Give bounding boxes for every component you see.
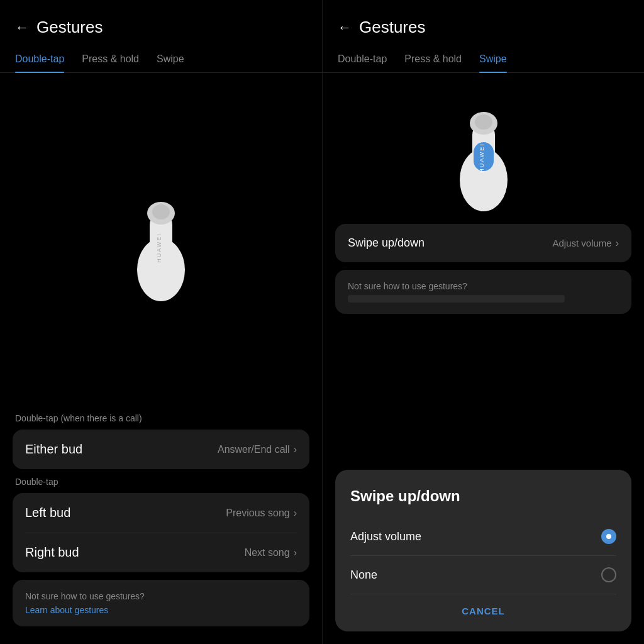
tab-swipe-left[interactable]: Swipe <box>157 47 184 72</box>
right-bud-label: Right bud <box>25 545 79 560</box>
either-bud-chevron: › <box>294 444 297 455</box>
option-none-radio[interactable] <box>601 567 616 582</box>
swipe-dialog: Swipe up/down Adjust volume None CANCEL <box>335 470 631 631</box>
right-bud-value: Next song › <box>245 547 297 558</box>
bud-double-tap-card: Left bud Previous song › Right bud Next … <box>13 493 309 572</box>
left-earbud-icon: HUAWEI <box>117 175 205 301</box>
call-section-label: Double-tap (when there is a call) <box>13 413 309 423</box>
left-bud-chevron: › <box>294 508 297 519</box>
right-bud-row[interactable]: Right bud Next song › <box>13 533 309 572</box>
option-volume-radio[interactable] <box>601 529 616 544</box>
either-bud-value: Answer/End call › <box>218 444 297 455</box>
left-back-button[interactable]: ← <box>15 19 29 36</box>
option-none-label: None <box>350 569 377 582</box>
left-tabs: Double-tap Press & hold Swipe <box>0 47 322 73</box>
left-title: Gestures <box>36 18 103 37</box>
learn-gestures-link[interactable]: Learn about gestures <box>25 605 297 615</box>
left-info-card: Not sure how to use gestures? Learn abou… <box>13 580 309 626</box>
left-header: ← Gestures <box>0 0 322 47</box>
right-panel: ← Gestures Double-tap Press & hold Swipe… <box>322 0 644 644</box>
dialog-cancel-button[interactable]: CANCEL <box>350 594 616 621</box>
dialog-overlay: Swipe up/down Adjust volume None CANCEL <box>323 0 644 644</box>
svg-point-4 <box>152 204 170 219</box>
svg-text:HUAWEI: HUAWEI <box>156 233 162 263</box>
left-panel: ← Gestures Double-tap Press & hold Swipe… <box>0 0 322 644</box>
left-earbud-container: HUAWEI <box>0 73 322 403</box>
double-tap-section-label: Double-tap <box>13 477 309 487</box>
dialog-title: Swipe up/down <box>350 487 616 505</box>
tab-double-tap-left[interactable]: Double-tap <box>15 47 64 72</box>
left-bud-label: Left bud <box>25 506 70 520</box>
dialog-option-none[interactable]: None <box>350 556 616 594</box>
left-bud-row[interactable]: Left bud Previous song › <box>13 493 309 533</box>
left-bud-value: Previous song › <box>226 508 297 519</box>
either-bud-label: Either bud <box>25 442 82 457</box>
right-bud-chevron: › <box>294 547 297 558</box>
option-volume-label: Adjust volume <box>350 530 421 543</box>
dialog-option-volume[interactable]: Adjust volume <box>350 518 616 556</box>
tab-press-hold-left[interactable]: Press & hold <box>82 47 139 72</box>
left-call-section: Double-tap (when there is a call) Either… <box>0 403 322 644</box>
either-bud-row[interactable]: Either bud Answer/End call › <box>13 430 309 469</box>
either-bud-card: Either bud Answer/End call › <box>13 430 309 469</box>
left-info-text: Not sure how to use gestures? <box>25 591 297 601</box>
